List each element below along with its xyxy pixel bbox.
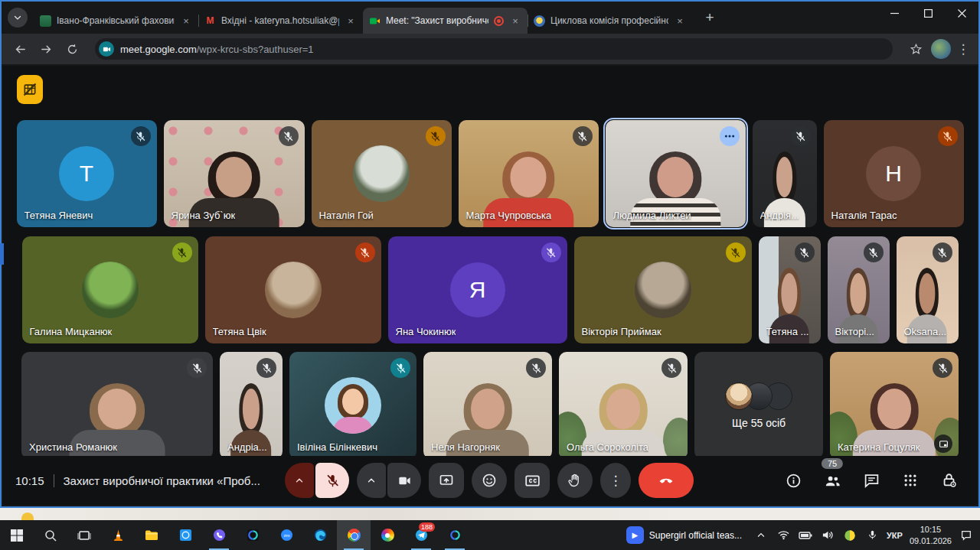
- antivirus-icon[interactable]: [842, 528, 858, 543]
- participant-name: Катерина Гоцуляк: [838, 441, 920, 453]
- mic-off-icon: [283, 131, 294, 142]
- tray-expand-button[interactable]: [753, 528, 769, 543]
- tile-menu-button[interactable]: [720, 126, 740, 146]
- participant-tile[interactable]: ТТетяна Яневич: [17, 120, 157, 227]
- info-button[interactable]: [784, 471, 802, 490]
- participant-name: Неля Нагорняк: [431, 441, 500, 453]
- back-button[interactable]: [9, 38, 31, 60]
- microphone-icon[interactable]: [864, 528, 880, 543]
- edge-button[interactable]: [303, 520, 337, 550]
- task-view-button[interactable]: [67, 520, 101, 550]
- taskbar-search-button[interactable]: [34, 520, 67, 550]
- browser-menu-button[interactable]: ⋮: [956, 41, 971, 57]
- notifications-icon[interactable]: [959, 528, 974, 543]
- activities-button[interactable]: [901, 471, 920, 490]
- chrome-button[interactable]: [337, 520, 371, 550]
- tab-search-button[interactable]: [8, 8, 28, 28]
- maximize-button[interactable]: [911, 2, 945, 24]
- tab-bar: Івано-Франківський фаховий×MВхідні - kat…: [2, 2, 978, 34]
- bookmark-button[interactable]: [905, 38, 926, 60]
- tab-close-icon[interactable]: ×: [345, 15, 357, 27]
- mic-off-icon: [577, 131, 588, 142]
- participant-tile[interactable]: Христина Романюк: [21, 352, 213, 459]
- participant-tile[interactable]: Вікторі...: [828, 236, 890, 343]
- plant-decor: [663, 418, 688, 459]
- network-icon[interactable]: [776, 528, 791, 543]
- participant-tile[interactable]: Oksana...: [897, 236, 959, 343]
- extension-overlay-icon[interactable]: [17, 75, 43, 104]
- participant-name: Тетяна ...: [766, 326, 809, 337]
- tab-close-icon[interactable]: ×: [674, 15, 686, 27]
- participant-tile[interactable]: ЯЯна Чокинюк: [388, 236, 567, 343]
- more-options-button[interactable]: ⋮: [600, 463, 631, 498]
- start-button[interactable]: [0, 520, 34, 550]
- minimize-icon: [890, 9, 899, 18]
- mic-muted-indicator: [726, 242, 746, 262]
- participant-tile[interactable]: Людмила Ликтей: [606, 120, 746, 227]
- captions-button[interactable]: [514, 463, 550, 498]
- participant-tile[interactable]: Тетяна ...: [759, 236, 821, 343]
- participant-tile[interactable]: Івіліна Білінкевич: [289, 352, 416, 459]
- host-controls-button[interactable]: [940, 471, 959, 490]
- participant-tile[interactable]: Неля Нагорняк: [423, 352, 552, 459]
- file-explorer-button[interactable]: [135, 520, 168, 550]
- present-button[interactable]: [429, 463, 464, 498]
- photos-button[interactable]: [371, 520, 404, 550]
- language-indicator[interactable]: УКР: [887, 531, 903, 540]
- vlc-button[interactable]: [101, 520, 135, 550]
- tab-close-icon[interactable]: ×: [509, 15, 521, 27]
- tray-time: 10:15: [920, 525, 942, 534]
- webex-meetings-button[interactable]: [438, 520, 472, 550]
- browser-tab[interactable]: Циклова комісія професійної×: [528, 8, 692, 34]
- more-dots-icon: [724, 130, 736, 142]
- camera-toggle-button[interactable]: [387, 463, 421, 498]
- chat-button[interactable]: [862, 471, 880, 490]
- participant-tile[interactable]: Галина Мицканюк: [22, 236, 198, 343]
- participant-tile[interactable]: Марта Чупровська: [459, 120, 599, 227]
- participant-tile[interactable]: Ярина Зуб`юк: [164, 120, 305, 227]
- zoom-button[interactable]: zm: [270, 520, 303, 550]
- participant-tile[interactable]: Ще 55 осіб: [694, 352, 823, 459]
- taskbar-apps: zm188: [0, 520, 472, 550]
- self-view-toggle[interactable]: [934, 434, 952, 453]
- forward-button[interactable]: [35, 38, 57, 60]
- browser-tab[interactable]: MВхідні - kateryna.hotsuliak@pn×: [198, 8, 363, 34]
- taskbar-clock[interactable]: 10:1509.01.2026: [910, 524, 952, 546]
- volume-icon[interactable]: [820, 528, 835, 543]
- webex-button[interactable]: [236, 520, 270, 550]
- people-button[interactable]: 75: [823, 471, 841, 490]
- profile-avatar[interactable]: [931, 39, 951, 59]
- tab-close-icon[interactable]: ×: [180, 15, 192, 27]
- participant-tile[interactable]: Вікторія Приймак: [574, 236, 752, 343]
- telegram-button[interactable]: 188: [404, 520, 438, 550]
- mic-options-button[interactable]: [285, 463, 314, 498]
- participant-tile[interactable]: Ольга Сороколіта: [559, 352, 688, 459]
- minimize-button[interactable]: [877, 2, 911, 24]
- participant-tile[interactable]: Андріа...: [220, 352, 283, 459]
- media-widget[interactable]: ▶ Supergirl official teas...: [626, 526, 742, 544]
- participant-tile[interactable]: ННаталія Тарас: [824, 120, 964, 227]
- reload-button[interactable]: [61, 38, 83, 60]
- participant-tile[interactable]: Катерина Гоцуляк: [830, 352, 959, 459]
- browser-tab[interactable]: Meet: "Захист виробничої"×: [363, 8, 528, 34]
- end-call-button[interactable]: [639, 463, 694, 498]
- letter-avatar: Я: [450, 262, 505, 317]
- participant-tile[interactable]: Наталія Гой: [312, 120, 452, 227]
- participant-tile[interactable]: Андрія...: [753, 120, 817, 227]
- address-bar[interactable]: meet.google.com/wpx-krcu-sbs?authuser=1: [95, 38, 893, 60]
- participant-name: Тетяна Цвік: [213, 326, 266, 337]
- raise-hand-button[interactable]: [557, 463, 593, 498]
- viber-button[interactable]: [202, 520, 236, 550]
- close-button[interactable]: [945, 2, 978, 24]
- video-grid-row: ТТетяна ЯневичЯрина Зуб`юкНаталія ГойМар…: [3, 120, 977, 227]
- mic-muted-indicator: [426, 126, 446, 146]
- reactions-button[interactable]: [472, 463, 507, 498]
- meet-content: ТТетяна ЯневичЯрина Зуб`юкНаталія ГойМар…: [3, 66, 977, 505]
- new-tab-button[interactable]: +: [700, 9, 720, 26]
- battery-icon[interactable]: [798, 528, 813, 543]
- photo-viewer-button[interactable]: [168, 520, 202, 550]
- mic-toggle-button[interactable]: [315, 463, 349, 498]
- browser-tab[interactable]: Івано-Франківський фаховий×: [34, 8, 198, 34]
- participant-tile[interactable]: Тетяна Цвік: [205, 236, 381, 343]
- camera-options-button[interactable]: [357, 463, 386, 498]
